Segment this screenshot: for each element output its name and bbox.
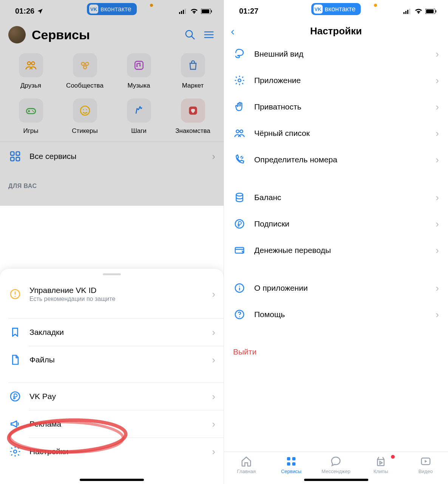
- service-label: Друзья: [20, 82, 41, 89]
- nav-header: ‹ Настройки: [224, 18, 448, 44]
- svg-rect-20: [26, 109, 36, 114]
- svg-point-37: [14, 450, 17, 453]
- svg-rect-32: [16, 157, 20, 161]
- chat-icon: [330, 456, 341, 467]
- service-music[interactable]: Музыка: [112, 53, 166, 89]
- tab-messenger[interactable]: Мессенджер: [314, 456, 358, 474]
- settings-list: Внешний вид › Приложение › Приватность ›…: [224, 44, 448, 365]
- svg-rect-64: [292, 462, 295, 466]
- vk-pill[interactable]: VK вконтакте: [311, 3, 361, 15]
- service-communities[interactable]: Сообщества: [58, 53, 112, 89]
- menu-button[interactable]: [202, 28, 215, 41]
- tab-clips[interactable]: Клипы: [358, 456, 403, 474]
- vk-logo-icon: VK: [89, 5, 98, 14]
- service-games[interactable]: Игры: [4, 99, 58, 135]
- svg-point-35: [14, 296, 15, 297]
- ads-row[interactable]: Реклама ›: [0, 410, 224, 438]
- chevron-right-icon: ›: [212, 151, 215, 162]
- svg-point-12: [27, 62, 30, 65]
- search-button[interactable]: [184, 28, 196, 41]
- battery-icon: [201, 9, 212, 14]
- blocklist-icon: [233, 127, 246, 140]
- bookmarks-row[interactable]: Закладки ›: [0, 319, 224, 346]
- vk-pill[interactable]: VK вконтакте: [87, 3, 137, 15]
- settings-row-app[interactable]: Приложение ›: [224, 67, 448, 94]
- settings-row-appearance[interactable]: Внешний вид ›: [224, 45, 448, 67]
- video-icon: [420, 456, 431, 467]
- avatar[interactable]: [8, 26, 26, 43]
- svg-point-47: [238, 79, 241, 82]
- svg-point-19: [139, 65, 141, 66]
- home-indicator[interactable]: [304, 479, 368, 481]
- svg-point-14: [81, 62, 84, 65]
- all-services-row[interactable]: Все сервисы ›: [0, 142, 224, 171]
- svg-rect-31: [11, 157, 14, 161]
- service-label: Маркет: [182, 82, 204, 89]
- clips-icon: [375, 456, 386, 467]
- chevron-right-icon: ›: [436, 218, 439, 230]
- svg-rect-0: [179, 12, 180, 14]
- settings-row-about[interactable]: О приложении ›: [224, 275, 448, 301]
- chevron-right-icon: ›: [212, 288, 215, 300]
- settings-row-balance[interactable]: Баланс ›: [224, 184, 448, 211]
- screenshot-left: 01:26 VK вконтакте Сервисы Друзья Сообще…: [0, 0, 224, 484]
- vk-pill-label: вконтакте: [325, 5, 356, 13]
- nav-title: Настройки: [310, 25, 362, 37]
- svg-rect-1: [181, 11, 182, 14]
- vkid-row[interactable]: Управление VK ID Есть рекомендации по за…: [0, 279, 224, 309]
- music-icon: [133, 59, 145, 71]
- settings-row-label: Подписки: [254, 219, 427, 228]
- settings-row-blocklist[interactable]: Чёрный список ›: [224, 120, 448, 146]
- row-label: VK Pay: [29, 392, 204, 401]
- settings-row[interactable]: Настройки ›: [0, 438, 224, 465]
- back-button[interactable]: ‹: [231, 25, 235, 38]
- ruble-circle-icon: [233, 217, 246, 230]
- service-dating[interactable]: Знакомства: [166, 99, 220, 135]
- service-market[interactable]: Маркет: [166, 53, 220, 89]
- vkpay-row[interactable]: VK Pay ›: [0, 383, 224, 410]
- svg-point-23: [32, 110, 33, 111]
- stickers-icon: [79, 105, 91, 117]
- svg-point-49: [240, 130, 243, 133]
- chevron-right-icon: ›: [212, 354, 215, 366]
- balance-icon: [233, 191, 246, 204]
- settings-row-callerid[interactable]: Определитель номера ›: [224, 146, 448, 173]
- svg-point-13: [31, 62, 34, 65]
- settings-row-help[interactable]: Помощь ›: [224, 301, 448, 328]
- svg-rect-3: [185, 9, 186, 14]
- chevron-right-icon: ›: [436, 101, 439, 113]
- hand-icon: [233, 100, 246, 113]
- services-grid: Друзья Сообщества Музыка Маркет Игры Сти…: [0, 51, 224, 142]
- warning-icon: [8, 287, 22, 301]
- settings-row-transfers[interactable]: Денежные переводы ›: [224, 237, 448, 264]
- service-stickers[interactable]: Стикеры: [58, 99, 112, 135]
- page-title: Сервисы: [32, 28, 178, 42]
- service-friends[interactable]: Друзья: [4, 53, 58, 89]
- battery-icon: [425, 9, 437, 14]
- tab-services[interactable]: Сервисы: [269, 456, 314, 474]
- tab-home[interactable]: Главная: [224, 456, 269, 474]
- orange-dot-icon: [150, 4, 153, 7]
- settings-row-privacy[interactable]: Приватность ›: [224, 94, 448, 120]
- status-time: 01:26: [15, 7, 34, 15]
- chevron-right-icon: ›: [436, 75, 439, 86]
- grid-icon: [8, 150, 22, 163]
- svg-rect-2: [183, 10, 184, 14]
- ruble-icon: [8, 390, 22, 403]
- logout-button[interactable]: Выйти: [224, 339, 448, 365]
- friends-icon: [25, 59, 37, 71]
- sheet-grabber[interactable]: [103, 273, 121, 275]
- vkid-title: Управление VK ID: [29, 286, 204, 295]
- service-steps[interactable]: Шаги: [112, 99, 166, 135]
- settings-row-label: Внешний вид: [254, 49, 427, 59]
- dating-icon: [187, 105, 199, 117]
- gear-icon: [233, 74, 246, 87]
- files-row[interactable]: Файлы ›: [0, 346, 224, 373]
- tab-video[interactable]: Видео: [403, 456, 448, 474]
- settings-row-subscriptions[interactable]: Подписки ›: [224, 211, 448, 237]
- home-indicator[interactable]: [80, 479, 144, 481]
- svg-point-53: [235, 220, 244, 228]
- svg-point-60: [239, 316, 240, 318]
- row-label: Настройки: [29, 447, 204, 456]
- screenshot-right: 01:27 VK вконтакте ‹ Настройки Внешний в…: [224, 0, 448, 484]
